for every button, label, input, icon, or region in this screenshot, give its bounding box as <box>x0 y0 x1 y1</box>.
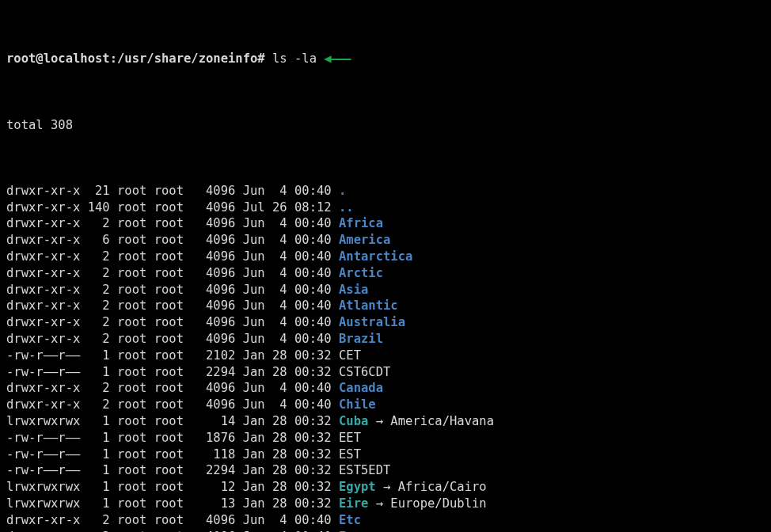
file-perms: drwxr-xr-x <box>6 200 80 215</box>
list-item: drwxr-xr-x 2 root root 4096 Jun 4 00:40 … <box>6 397 765 413</box>
file-size: 4096 <box>191 266 235 280</box>
list-item: drwxr-xr-x 2 root root 4096 Jun 4 00:40 … <box>6 298 765 314</box>
group: root <box>154 431 184 445</box>
list-item: -rw-r——r—— 1 root root 118 Jan 28 00:32 … <box>6 446 765 463</box>
file-perms: drwxr-xr-x <box>6 513 80 527</box>
group: root <box>154 266 184 280</box>
prompt-cwd: /usr/share/zoneinfo <box>117 51 257 66</box>
file-size: 4096 <box>191 530 235 533</box>
file-name: CET <box>339 348 361 363</box>
file-name: EET <box>339 431 361 445</box>
file-perms: lrwxrwxrwx <box>6 496 80 511</box>
file-size: 4096 <box>191 381 235 395</box>
owner: root <box>117 298 146 313</box>
file-perms: drwxr-xr-x <box>6 530 80 533</box>
owner: root <box>117 233 146 247</box>
file-date: Jan 28 00:32 <box>243 348 332 363</box>
group: root <box>154 249 184 264</box>
file-date: Jun 4 00:40 <box>243 530 332 533</box>
file-size: 2294 <box>191 365 235 379</box>
file-name: Arctic <box>339 266 383 280</box>
total-line: total 308 <box>6 117 765 134</box>
link-count: 21 <box>88 184 110 198</box>
link-count: 2 <box>88 283 110 297</box>
file-size: 4096 <box>191 397 235 412</box>
typed-command: ls -la <box>272 51 317 66</box>
file-name: .. <box>339 200 354 215</box>
link-count: 1 <box>88 414 110 428</box>
file-date: Jun 4 00:40 <box>243 298 332 313</box>
file-size: 118 <box>191 447 235 462</box>
list-item: lrwxrwxrwx 1 root root 14 Jan 28 00:32 C… <box>6 413 765 430</box>
file-size: 4096 <box>191 200 235 215</box>
file-size: 4096 <box>191 298 235 313</box>
group: root <box>154 480 184 494</box>
file-perms: drwxr-xr-x <box>6 397 80 412</box>
link-count: 2 <box>88 513 110 527</box>
file-size: 4096 <box>191 283 235 297</box>
file-size: 4096 <box>191 513 235 527</box>
owner: root <box>117 249 146 264</box>
prompt-host: localhost <box>44 51 110 66</box>
file-size: 1876 <box>191 431 235 445</box>
file-perms: -rw-r——r—— <box>6 431 80 445</box>
file-size: 4096 <box>191 249 235 264</box>
link-target: Europe/Dublin <box>390 496 486 511</box>
file-name: Eire <box>339 496 368 511</box>
file-size: 2294 <box>191 463 235 477</box>
file-date: Jan 28 00:32 <box>243 431 332 445</box>
list-item: lrwxrwxrwx 1 root root 13 Jan 28 00:32 E… <box>6 496 765 512</box>
file-date: Jun 4 00:40 <box>243 184 332 198</box>
file-name: Cuba <box>339 414 368 428</box>
file-name: Chile <box>339 397 376 412</box>
file-name: Africa <box>339 216 383 230</box>
arrow-right-icon: → <box>376 480 398 494</box>
file-size: 4096 <box>191 233 235 247</box>
list-item: drwxr-xr-x 2 root root 4096 Jun 4 00:40 … <box>6 314 765 331</box>
file-name: CST6CDT <box>339 365 390 379</box>
file-date: Jun 4 00:40 <box>243 513 332 527</box>
file-name: Canada <box>339 381 383 395</box>
group: root <box>154 200 184 215</box>
owner: root <box>117 447 146 462</box>
owner: root <box>117 200 146 215</box>
file-perms: drwxr-xr-x <box>6 233 80 247</box>
owner: root <box>117 414 146 428</box>
owner: root <box>117 431 146 445</box>
owner: root <box>117 463 146 477</box>
file-size: 4096 <box>191 216 235 230</box>
link-count: 2 <box>88 266 110 280</box>
list-item: drwxr-xr-x 2 root root 4096 Jun 4 00:40 … <box>6 380 765 397</box>
file-name: Asia <box>339 283 368 297</box>
file-size: 12 <box>191 480 235 494</box>
file-perms: drwxr-xr-x <box>6 216 80 230</box>
file-perms: drwxr-xr-x <box>6 332 80 346</box>
link-count: 140 <box>88 200 110 215</box>
group: root <box>154 216 184 230</box>
owner: root <box>117 480 146 494</box>
list-item: drwxr-xr-x 2 root root 4096 Jun 4 00:40 … <box>6 215 765 232</box>
list-item: -rw-r——r—— 1 root root 2294 Jan 28 00:32… <box>6 364 765 381</box>
link-count: 1 <box>88 496 110 511</box>
file-date: Jun 4 00:40 <box>243 216 332 230</box>
owner: root <box>117 381 146 395</box>
file-size: 14 <box>191 414 235 428</box>
list-item: drwxr-xr-x 21 root root 4096 Jun 4 00:40… <box>6 183 765 200</box>
owner: root <box>117 365 146 379</box>
file-date: Jan 28 00:32 <box>243 496 332 511</box>
file-date: Jun 4 00:40 <box>243 397 332 412</box>
directory-listing: drwxr-xr-x 21 root root 4096 Jun 4 00:40… <box>6 183 765 532</box>
group: root <box>154 397 184 412</box>
group: root <box>154 283 184 297</box>
prompt-line: root@localhost:/usr/share/zoneinfo# ls -… <box>6 51 765 67</box>
terminal-output[interactable]: root@localhost:/usr/share/zoneinfo# ls -… <box>0 0 771 532</box>
file-perms: lrwxrwxrwx <box>6 414 80 428</box>
link-count: 6 <box>88 233 110 247</box>
owner: root <box>117 496 146 511</box>
group: root <box>154 530 184 533</box>
link-count: 1 <box>88 431 110 445</box>
list-item: drwxr-xr-x 2 root root 4096 Jun 4 00:40 … <box>6 282 765 298</box>
list-item: drwxr-xr-x 2 root root 4096 Jun 4 00:40 … <box>6 265 765 282</box>
file-name: . <box>339 184 346 198</box>
file-perms: drwxr-xr-x <box>6 184 80 198</box>
